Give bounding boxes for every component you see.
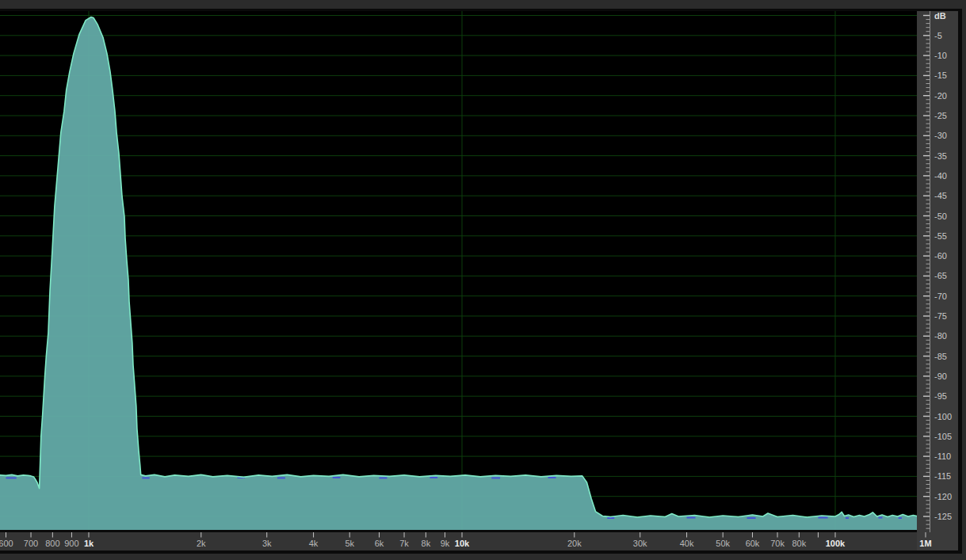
db-axis-label: -105	[934, 432, 961, 441]
db-axis-label: -20	[934, 91, 961, 101]
db-axis-label: -30	[934, 131, 961, 140]
db-axis-label: -55	[934, 231, 961, 241]
db-axis-label: -85	[934, 352, 961, 361]
db-axis-label: -50	[934, 211, 961, 221]
frequency-analysis-panel: dB-5-10-15-20-25-30-35-40-45-50-55-60-65…	[0, 0, 966, 560]
db-axis-label: -10	[934, 51, 961, 60]
spectrum-edge-line	[0, 17, 918, 518]
db-axis-label: -115	[934, 471, 961, 481]
db-axis-label: -60	[934, 251, 961, 261]
freq-axis-label: 30k	[617, 539, 664, 549]
db-axis-label: -15	[934, 70, 961, 80]
db-axis-unit-label: dB	[934, 11, 961, 21]
db-axis-label: -90	[934, 371, 961, 381]
db-axis-label: -100	[934, 412, 961, 421]
db-axis-label: -25	[934, 111, 961, 120]
db-axis-label: -70	[934, 291, 961, 301]
db-axis-label: -95	[934, 391, 961, 401]
spectrum-area-fill	[0, 17, 918, 532]
db-axis-label: -35	[934, 151, 961, 161]
db-axis-label: -110	[934, 451, 961, 461]
freq-axis-label: 3k	[243, 539, 291, 549]
freq-axis-label: 2k	[178, 539, 225, 549]
db-axis-label: -125	[934, 512, 961, 521]
db-axis-label: -45	[934, 191, 961, 200]
spectrum-chart[interactable]	[0, 0, 966, 560]
freq-axis-label: 100k	[811, 539, 859, 549]
db-axis-label: -65	[934, 271, 961, 280]
db-axis-label: -5	[934, 31, 961, 40]
db-axis-label: -75	[934, 311, 961, 321]
freq-axis-label: 1k	[65, 539, 113, 549]
freq-axis-label: 1M	[902, 539, 949, 549]
db-axis-label: -40	[934, 171, 961, 181]
db-axis-label: -80	[934, 331, 961, 341]
db-axis-label: -120	[934, 492, 961, 501]
freq-axis-label: 10k	[438, 539, 486, 549]
freq-axis-label: 20k	[551, 539, 598, 549]
